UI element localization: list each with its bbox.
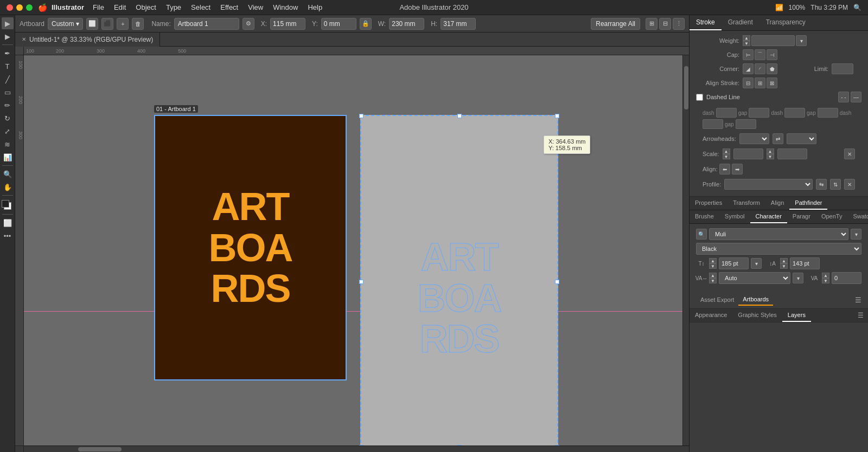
constrain-icon[interactable]: 🔒 [360, 18, 372, 30]
x-coord-input[interactable] [270, 18, 305, 30]
search-font-icon[interactable]: 🔍 [696, 229, 707, 240]
cap-butt-icon[interactable]: ⊢ [743, 49, 754, 60]
font-family-select[interactable]: Muli [709, 228, 848, 240]
tracking-up-btn[interactable]: ▲ [709, 273, 717, 278]
canvas-scrollbar-v[interactable] [682, 55, 689, 445]
menu-type[interactable]: Type [162, 2, 186, 12]
artboard-2[interactable]: ARTBOARDS [360, 115, 558, 445]
weight-input[interactable] [751, 35, 795, 46]
subtab-paragr[interactable]: Paragr [787, 210, 816, 223]
canvas[interactable]: ARTBOARDS 01 - Artboard 1 ARTBOARDS [24, 55, 682, 445]
scale-end-down-btn[interactable]: ▼ [767, 154, 774, 159]
font-style-select[interactable]: Black [696, 243, 861, 255]
tab-gradient[interactable]: Gradient [722, 15, 760, 30]
weight-up-btn[interactable]: ▲ [743, 35, 750, 41]
subtab-brushe[interactable]: Brushe [690, 210, 719, 223]
profile-flip-h-icon[interactable]: ⇆ [816, 179, 827, 190]
corner-miter-icon[interactable]: ◢ [743, 63, 754, 74]
cap-round-icon[interactable]: ⌒ [755, 49, 765, 60]
font-size-down-btn[interactable]: ▼ [709, 263, 717, 269]
scale-link-btn[interactable]: ✕ [844, 148, 855, 159]
text-tool[interactable]: T [2, 60, 14, 72]
align-right-icon[interactable]: ➡ [732, 164, 743, 175]
arrowhead-swap-btn[interactable]: ⇄ [773, 133, 783, 144]
subtab-swatch[interactable]: Swatch [847, 210, 868, 223]
arrowhead-start-select[interactable] [739, 133, 769, 144]
tab-asset-export[interactable]: Asset Export [696, 294, 738, 305]
gap3-input[interactable] [736, 119, 756, 129]
scale-start-up-btn[interactable]: ▲ [723, 148, 730, 154]
tab-appearance[interactable]: Appearance [690, 309, 732, 322]
dash-style-2-icon[interactable]: — [851, 92, 861, 102]
gap2-input[interactable] [818, 108, 838, 118]
tracking-select[interactable]: Auto [719, 272, 790, 284]
menu-file[interactable]: File [88, 2, 108, 12]
rotate-tool[interactable]: ↻ [2, 112, 14, 124]
subtab-symbol[interactable]: Symbol [719, 210, 750, 223]
profile-flip-v-icon[interactable]: ⇅ [830, 179, 841, 190]
dash1-input[interactable] [716, 108, 737, 118]
menu-effect[interactable]: Effect [216, 2, 242, 12]
minimize-btn[interactable] [16, 4, 23, 11]
graph-tool[interactable]: 📊 [2, 151, 14, 163]
weight-dropdown-btn[interactable]: ▾ [796, 35, 807, 46]
traffic-lights[interactable] [0, 4, 33, 11]
align-inside-icon[interactable]: ⊞ [755, 78, 765, 88]
artboard-settings-icon[interactable]: ⚙ [242, 18, 254, 30]
sel-handle-tl[interactable] [359, 114, 363, 118]
grid-icon[interactable]: ⊞ [646, 18, 658, 30]
align-left-icon[interactable]: ⬅ [719, 164, 730, 175]
cap-square-icon[interactable]: ⊣ [767, 49, 777, 60]
foreground-color[interactable] [2, 200, 9, 208]
rect-tool[interactable]: ▭ [2, 86, 14, 98]
scale-tool[interactable]: ⤢ [2, 125, 14, 137]
line-height-input[interactable] [790, 257, 820, 269]
artboard-delete-icon[interactable]: 🗑 [132, 18, 144, 30]
maximize-btn[interactable] [26, 4, 33, 11]
w-coord-input[interactable] [389, 18, 424, 30]
artboard-1[interactable]: ARTBOARDS [154, 115, 347, 380]
tab-pathfinder[interactable]: Pathfinder [789, 197, 827, 210]
scale-start-down-btn[interactable]: ▼ [723, 154, 730, 159]
warp-tool[interactable]: ≋ [2, 138, 14, 150]
canvas-tab-1[interactable]: ✕ Untitled-1* @ 33.33% (RGB/GPU Preview) [15, 33, 160, 47]
line-height-down-btn[interactable]: ▼ [780, 263, 788, 269]
tab-close-icon[interactable]: ✕ [22, 36, 26, 42]
zoom-tool[interactable]: 🔍 [2, 168, 14, 180]
artboard-portrait-icon[interactable]: ⬜ [86, 18, 98, 30]
tab-graphic-styles[interactable]: Graphic Styles [732, 309, 782, 322]
kerning-down-btn[interactable]: ▼ [822, 278, 829, 283]
canvas-scrollbar-h[interactable] [24, 445, 689, 451]
distribute-icon[interactable]: ⊟ [659, 18, 671, 30]
dash2-input[interactable] [784, 108, 805, 118]
scale-start-input[interactable] [733, 148, 763, 159]
dash-style-1-icon[interactable]: - - [838, 92, 849, 102]
sel-handle-bc[interactable] [457, 445, 462, 445]
sel-handle-tr[interactable] [555, 114, 559, 118]
sel-handle-bl[interactable] [359, 445, 363, 445]
menu-edit[interactable]: Edit [110, 2, 130, 12]
sel-handle-br[interactable] [555, 445, 559, 445]
corner-bevel-icon[interactable]: ⬟ [767, 63, 777, 74]
menu-window[interactable]: Window [269, 2, 302, 12]
scale-end-input[interactable] [777, 148, 807, 159]
tab-transparency[interactable]: Transparency [760, 15, 812, 30]
apple-menu[interactable]: 🍎 [38, 3, 47, 12]
hand-tool[interactable]: ✋ [2, 181, 14, 193]
h-coord-input[interactable] [441, 18, 476, 30]
layers-menu-icon[interactable]: ☰ [853, 309, 868, 322]
align-outside-icon[interactable]: ⊠ [767, 78, 777, 88]
tab-artboards[interactable]: Artboards [738, 294, 773, 306]
artboard-tool[interactable]: ⬜ [2, 217, 14, 229]
kerning-up-btn[interactable]: ▲ [822, 273, 829, 278]
line-height-up-btn[interactable]: ▲ [780, 258, 788, 263]
sel-handle-ml[interactable] [359, 280, 363, 284]
menu-object[interactable]: Object [131, 2, 161, 12]
scroll-thumb-v[interactable] [684, 66, 688, 109]
more-options-icon[interactable]: ⋮ [673, 18, 685, 30]
tracking-dropdown-btn[interactable]: ▾ [793, 273, 803, 283]
select-tool[interactable]: ▶ [2, 17, 14, 29]
profile-select[interactable] [724, 179, 813, 190]
menu-help[interactable]: Help [303, 2, 327, 12]
pen-tool[interactable]: ✒ [2, 47, 14, 59]
